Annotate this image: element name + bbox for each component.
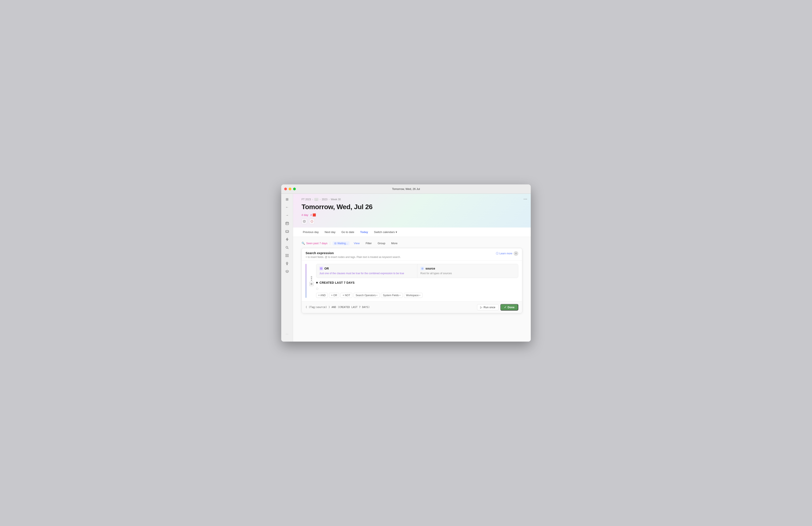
- waiting-tag[interactable]: ⊟ Waiting...: [333, 241, 350, 245]
- svg-rect-4: [286, 224, 287, 224]
- breadcrumb-sep3: ›: [329, 198, 330, 201]
- breadcrumb-sep1: ›: [312, 198, 313, 201]
- page-tags: # day # 🟥: [302, 213, 522, 216]
- svg-line-8: [288, 248, 288, 249]
- search-sidebar-icon[interactable]: [284, 244, 291, 251]
- switch-calendars-button[interactable]: Switch calendars ▾: [373, 230, 398, 235]
- search-expression-panel: Search expression > to insert fields. @ …: [302, 248, 522, 313]
- source-card-header: source: [420, 267, 515, 270]
- or-card-desc: Just one of the clauses must be true for…: [319, 272, 414, 275]
- layers-icon[interactable]: [284, 268, 291, 275]
- search-panel-footer: ( (Tag:source) ) AND (CREATED LAST 7 DAY…: [302, 301, 522, 313]
- source-card-name: source: [425, 267, 435, 270]
- expression-left-bar: [306, 264, 306, 298]
- done-button[interactable]: ✓ Done: [500, 304, 519, 311]
- main-area: 🔍 Seen past 7 days ⊟ Waiting... View Fil…: [293, 237, 531, 342]
- empty-row: [316, 287, 518, 290]
- calendar-icon[interactable]: [284, 220, 291, 227]
- done-label: Done: [508, 306, 515, 309]
- go-to-date-button[interactable]: Go to date: [340, 230, 356, 235]
- back-icon[interactable]: ←: [284, 204, 291, 211]
- svg-rect-21: [311, 284, 312, 284]
- breadcrumb-dots[interactable]: ...: [314, 198, 318, 201]
- breadcrumb-sep2: ›: [320, 198, 321, 201]
- search-panel-header-left: Search expression > to insert fields. @ …: [306, 251, 401, 258]
- source-card: source Root for all types of sources: [417, 264, 518, 278]
- svg-point-26: [421, 268, 423, 270]
- not-operator-button[interactable]: + NOT: [340, 293, 352, 298]
- system-fields-label: System Fields: [383, 294, 399, 297]
- group-button[interactable]: Group: [376, 241, 387, 245]
- system-fields-chevron: ▾: [400, 294, 401, 296]
- footer-actions: ▷ Run once ✓ Done: [477, 304, 518, 311]
- svg-rect-12: [287, 256, 288, 257]
- more-filter-button[interactable]: More: [390, 241, 399, 245]
- and-icon: [309, 282, 314, 286]
- breadcrumb-2023[interactable]: 2023: [322, 198, 328, 201]
- or-card-icon: [319, 267, 323, 270]
- window-controls: [284, 187, 296, 190]
- or-operator-button[interactable]: + OR: [329, 293, 339, 298]
- switch-calendars-chevron: ▾: [396, 230, 397, 234]
- and-operator-button[interactable]: + AND: [316, 293, 328, 298]
- close-panel-button[interactable]: ×: [513, 251, 518, 256]
- svg-rect-10: [287, 254, 288, 255]
- search-operators-dropdown[interactable]: Search Operators ▾: [353, 293, 380, 298]
- forward-icon[interactable]: →: [284, 212, 291, 219]
- add-photo-btn[interactable]: +: [302, 219, 307, 224]
- seen-filter[interactable]: 🔍 Seen past 7 days: [302, 242, 327, 245]
- expression-content: OR Just one of the clauses must be true …: [316, 264, 518, 298]
- inbox-icon[interactable]: [284, 228, 291, 235]
- previous-day-button[interactable]: Previous day: [302, 230, 320, 235]
- empty-circle: [316, 288, 318, 290]
- operator-row: + AND + OR + NOT Search Op: [316, 293, 518, 298]
- waiting-icon: ⊟: [334, 242, 336, 245]
- today-button[interactable]: Today: [359, 230, 369, 235]
- or-op-label: + OR: [331, 294, 337, 297]
- or-card: OR Just one of the clauses must be true …: [316, 264, 417, 278]
- workspace-chevron: ▾: [419, 294, 420, 296]
- filter-button[interactable]: Filter: [364, 241, 374, 245]
- pin-icon[interactable]: [284, 260, 291, 267]
- search-panel-hint: > to insert fields. @ to insert nodes an…: [306, 256, 401, 258]
- flash-icon[interactable]: [284, 236, 291, 243]
- titlebar: Tomorrow, Wed, 26 Jul: [281, 184, 531, 194]
- tag-icon[interactable]: # 🟥: [310, 213, 316, 216]
- expression-top-row: OR Just one of the clauses must be true …: [316, 264, 518, 278]
- day-nav: Previous day Next day Go to date Today S…: [293, 227, 531, 237]
- maximize-button[interactable]: [293, 187, 296, 190]
- search-operators-chevron: ▾: [376, 294, 377, 296]
- add-emoji-btn[interactable]: +: [309, 219, 315, 224]
- learn-more-link[interactable]: ⓘ Learn more: [496, 252, 512, 255]
- workspace-label: Workspace: [406, 294, 419, 297]
- next-day-button[interactable]: Next day: [323, 230, 337, 235]
- page-more-button[interactable]: ···: [524, 197, 527, 201]
- filter-row: 🔍 Seen past 7 days ⊟ Waiting... View Fil…: [302, 241, 522, 245]
- done-icon: ✓: [504, 306, 506, 309]
- source-card-desc: Root for all types of sources: [420, 272, 515, 275]
- breadcrumb-ft2023[interactable]: FT 2023: [302, 198, 311, 201]
- toggle-sidebar-icon[interactable]: ⊞: [284, 196, 291, 202]
- close-button[interactable]: [284, 187, 287, 190]
- breadcrumb-week30[interactable]: Week 30: [331, 198, 340, 201]
- run-once-button[interactable]: ▷ Run once: [477, 304, 498, 310]
- workspace-dropdown[interactable]: Workspace ▾: [404, 293, 422, 298]
- sidebar-more-icon[interactable]: ···: [284, 331, 291, 337]
- main-window: Tomorrow, Wed, 26 Jul ⊞ ← →: [281, 184, 531, 342]
- content-area: FT 2023 › ... › 2023 › Week 30 Tomorrow,…: [293, 194, 531, 342]
- svg-rect-5: [287, 224, 287, 224]
- view-filter-button[interactable]: View: [352, 241, 361, 245]
- info-icon: ⓘ: [496, 252, 498, 255]
- minimize-button[interactable]: [289, 187, 291, 190]
- search-panel-actions: ⓘ Learn more ×: [496, 251, 518, 256]
- expression-preview: ( (Tag:source) ) AND (CREATED LAST 7 DAY…: [306, 306, 369, 309]
- system-fields-dropdown[interactable]: System Fields ▾: [381, 293, 403, 298]
- grid-icon[interactable]: [284, 252, 291, 259]
- expression-body: AND: [302, 260, 522, 301]
- day-tag[interactable]: # day: [302, 213, 308, 216]
- app-body: ⊞ ← →: [281, 194, 531, 342]
- svg-point-14: [305, 221, 305, 221]
- created-bullet: [316, 282, 318, 284]
- tag-emoji: 🟥: [313, 213, 316, 216]
- expression-inner: AND: [308, 264, 518, 298]
